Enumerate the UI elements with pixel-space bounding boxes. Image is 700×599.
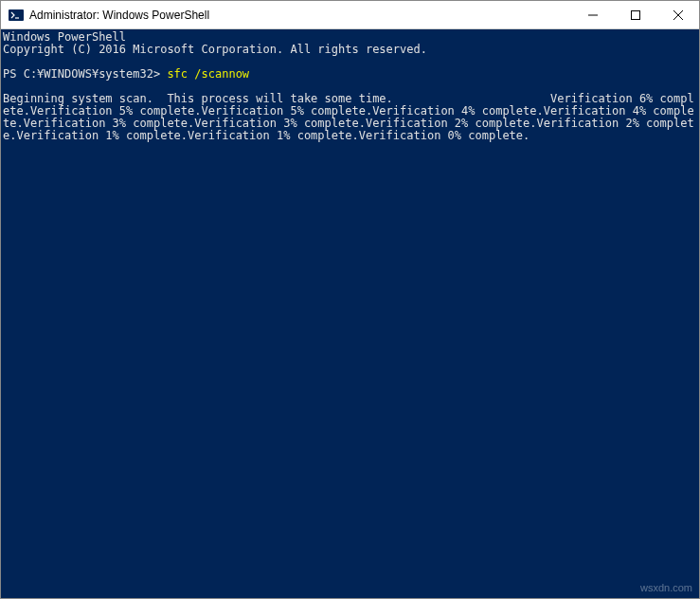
- close-button[interactable]: [656, 1, 699, 28]
- terminal-command: sfc /scannow: [167, 67, 249, 81]
- svg-rect-3: [631, 10, 639, 19]
- terminal-prompt: PS C:¥WINDOWS¥system32>: [3, 67, 167, 81]
- window-controls: [571, 1, 699, 28]
- maximize-button[interactable]: [614, 1, 656, 28]
- svg-rect-0: [9, 9, 24, 21]
- minimize-button[interactable]: [571, 1, 614, 28]
- terminal-header-line2: Copyright (C) 2016 Microsoft Corporation…: [3, 43, 427, 56]
- titlebar: Administrator: Windows PowerShell: [1, 1, 699, 29]
- window-title: Administrator: Windows PowerShell: [29, 9, 571, 22]
- watermark: wsxdn.com: [640, 582, 692, 593]
- terminal-area[interactable]: Windows PowerShell Copyright (C) 2016 Mi…: [1, 29, 699, 598]
- terminal-header-line1: Windows PowerShell: [3, 30, 126, 44]
- terminal-output: Beginning system scan. This process will…: [3, 92, 694, 142]
- powershell-icon: [9, 8, 24, 23]
